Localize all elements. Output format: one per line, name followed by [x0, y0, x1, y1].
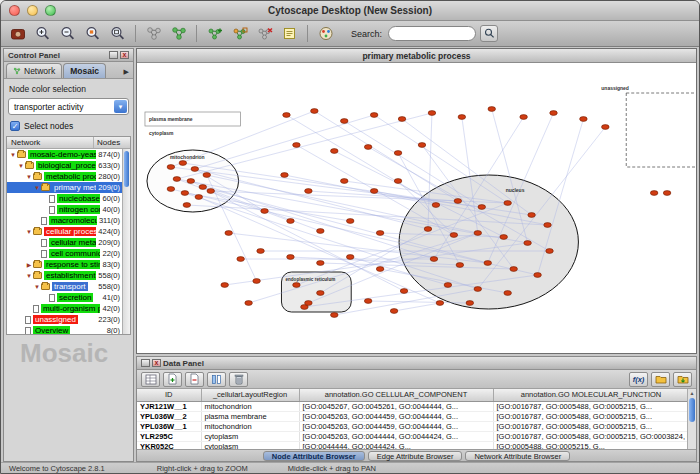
- network-node[interactable]: [346, 255, 354, 260]
- network-node[interactable]: [340, 119, 348, 124]
- network-node[interactable]: [181, 191, 189, 196]
- network-node[interactable]: [257, 249, 265, 254]
- network-node[interactable]: [528, 213, 536, 218]
- close-window-icon[interactable]: [9, 5, 20, 16]
- network-node[interactable]: [283, 113, 291, 118]
- table-cell[interactable]: plasma membrane: [201, 411, 299, 421]
- network-canvas[interactable]: plasma membranecytoplasmmitochondrionnuc…: [137, 63, 696, 353]
- network-node[interactable]: [191, 167, 199, 172]
- zoom-fit-button[interactable]: [106, 23, 129, 44]
- create-attribute-button[interactable]: [163, 372, 182, 387]
- column-header[interactable]: ID: [137, 389, 201, 401]
- network-node[interactable]: [331, 313, 339, 318]
- network-node[interactable]: [287, 255, 295, 260]
- network-node[interactable]: [504, 201, 512, 206]
- hide-graphics-details-button[interactable]: [142, 23, 165, 44]
- network-node[interactable]: [424, 227, 432, 232]
- network-node[interactable]: [580, 117, 588, 122]
- network-node[interactable]: [346, 219, 354, 224]
- network-node[interactable]: [207, 189, 215, 194]
- tree-row[interactable]: unassigned223(0): [7, 314, 130, 325]
- network-view-titlebar[interactable]: primary metabolic process: [137, 49, 696, 63]
- network-node[interactable]: [167, 187, 175, 192]
- table-cell[interactable]: cytoplasm: [201, 431, 299, 441]
- network-node[interactable]: [500, 235, 508, 240]
- network-node[interactable]: [376, 267, 384, 272]
- network-node[interactable]: [317, 261, 325, 266]
- table-row[interactable]: YKR052Ccytoplasm[GO:0044444, GO:0044424,…: [137, 441, 689, 449]
- network-node[interactable]: [398, 117, 406, 122]
- network-node[interactable]: [173, 177, 181, 182]
- tree-row[interactable]: Overview8(0): [7, 325, 130, 335]
- network-node[interactable]: [550, 111, 558, 116]
- tree-row[interactable]: macromolecul...311(0): [7, 215, 130, 226]
- network-node[interactable]: [546, 249, 554, 254]
- tree-expand-icon[interactable]: ▼: [25, 174, 33, 180]
- destroy-network-button[interactable]: [253, 23, 276, 44]
- network-node[interactable]: [466, 301, 474, 306]
- table-cell[interactable]: cytoplasm: [201, 441, 299, 449]
- network-node[interactable]: [432, 203, 440, 208]
- table-cell[interactable]: [GO:0016787, GO:0005488, GO:0005215, G..…: [493, 411, 689, 421]
- network-node[interactable]: [305, 301, 313, 306]
- table-cell[interactable]: YLR295C: [137, 431, 201, 441]
- table-cell[interactable]: [GO:0005488, GO:0005215, G...: [493, 441, 689, 449]
- zoom-window-icon[interactable]: [45, 5, 56, 16]
- network-node[interactable]: [317, 229, 325, 234]
- network-node[interactable]: [458, 115, 466, 120]
- network-node[interactable]: [390, 309, 398, 314]
- network-node[interactable]: [317, 291, 325, 296]
- tree-expand-icon[interactable]: ▼: [9, 152, 17, 158]
- network-node[interactable]: [281, 173, 289, 178]
- network-node[interactable]: [510, 267, 518, 272]
- table-row[interactable]: YPL036W__1mitochondrion[GO:0045263, GO:0…: [137, 421, 689, 431]
- search-input[interactable]: [388, 26, 476, 41]
- network-node[interactable]: [663, 191, 671, 196]
- tab-network-attribute-browser[interactable]: Network Attribute Browser: [465, 451, 570, 461]
- table-scrollbar-thumb[interactable]: [689, 398, 695, 422]
- tree-scrollbar[interactable]: [122, 149, 130, 334]
- table-row[interactable]: YJR121W__1mitochondrion[GO:0045267, GO:0…: [137, 401, 689, 411]
- network-node[interactable]: [544, 223, 552, 228]
- tree-row[interactable]: ▼primary metabo...209(0): [7, 182, 130, 193]
- network-node[interactable]: [504, 291, 512, 296]
- tree-row[interactable]: cellular metabo...209(0): [7, 237, 130, 248]
- table-cell[interactable]: [GO:0045263, GO:0044459, GO:0044444, G..…: [299, 421, 493, 431]
- scroll-up-icon[interactable]: ▲: [688, 389, 696, 397]
- network-node[interactable]: [394, 151, 402, 156]
- network-node[interactable]: [203, 173, 211, 178]
- annotation-button[interactable]: [278, 23, 301, 44]
- network-node[interactable]: [179, 161, 187, 166]
- delete-attribute-button[interactable]: [185, 372, 204, 387]
- network-node[interactable]: [167, 165, 175, 170]
- tree-row[interactable]: multi-organism pr...42(0): [7, 303, 130, 314]
- column-header[interactable]: annotation.GO MOLECULAR_FUNCTION: [493, 389, 689, 401]
- new-network-button[interactable]: [203, 23, 226, 44]
- network-node[interactable]: [364, 145, 372, 150]
- network-node[interactable]: [454, 199, 462, 204]
- window-titlebar[interactable]: Cytoscape Desktop (New Session): [1, 1, 699, 21]
- network-node[interactable]: [225, 231, 233, 236]
- vizmapper-button[interactable]: [314, 23, 337, 44]
- network-node[interactable]: [428, 111, 436, 116]
- load-attributes-button[interactable]: [673, 372, 692, 387]
- network-node[interactable]: [370, 113, 378, 118]
- function-builder-button[interactable]: f(x): [629, 372, 648, 387]
- tree-row[interactable]: ▼transport558(0): [7, 281, 130, 292]
- network-node[interactable]: [293, 143, 301, 148]
- table-cell[interactable]: [GO:0016787, GO:0005488, GO:0005215, GO:…: [493, 431, 689, 441]
- snapshot-button[interactable]: [6, 23, 29, 44]
- network-node[interactable]: [199, 185, 207, 190]
- tree-expand-icon[interactable]: ▼: [33, 284, 41, 290]
- chevron-down-icon[interactable]: ▼: [114, 100, 127, 113]
- network-node[interactable]: [305, 189, 313, 194]
- select-columns-button[interactable]: [207, 372, 226, 387]
- zoom-in-button[interactable]: [31, 23, 54, 44]
- network-node[interactable]: [394, 179, 402, 184]
- network-node[interactable]: [370, 189, 378, 194]
- table-cell[interactable]: [GO:0045263, GO:0044459, GO:0044444, G..…: [299, 411, 493, 421]
- tree-expand-icon[interactable]: ▼: [25, 229, 33, 235]
- table-cell[interactable]: [GO:0016787, GO:0005488, GO:0005215, G..…: [493, 421, 689, 431]
- network-node[interactable]: [245, 301, 253, 306]
- network-node[interactable]: [478, 205, 486, 210]
